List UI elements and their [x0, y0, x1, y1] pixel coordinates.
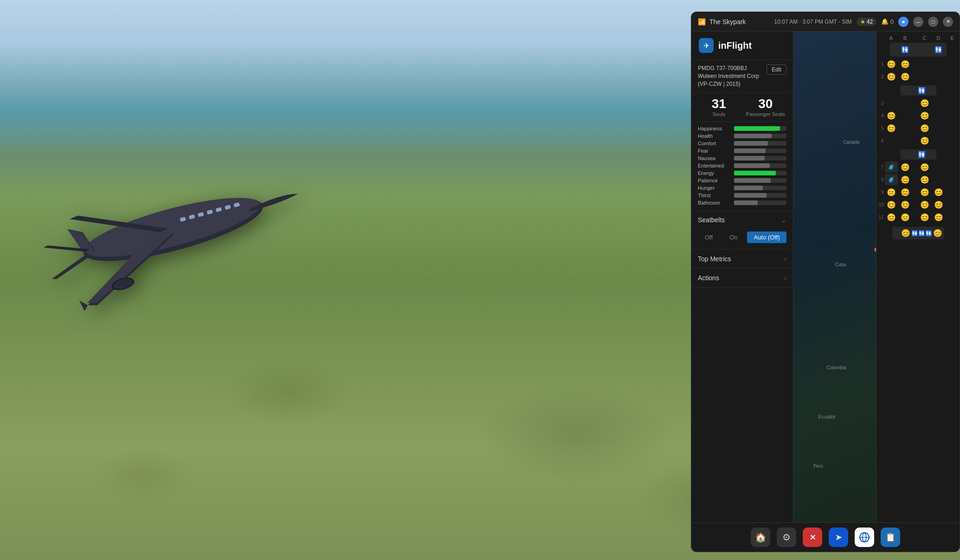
seat-11c[interactable]: 😊 — [918, 212, 931, 223]
seat-4b[interactable] — [899, 110, 912, 121]
lav-icon-1: 🚻 — [899, 44, 912, 55]
seat-5c[interactable]: 😊 — [918, 122, 931, 134]
seat-7b[interactable]: 😊 — [899, 161, 912, 173]
mid-lav-icon: 🚻 — [909, 87, 935, 94]
seat-10b[interactable]: 😊 — [899, 199, 912, 210]
seat-10c[interactable]: 😊 — [918, 199, 931, 210]
seats-value: 30 — [745, 97, 787, 110]
metric-row-fear: Fear — [698, 148, 786, 154]
seat-8a[interactable]: 🧳 — [885, 174, 898, 185]
metric-row-thirst: Thirst — [698, 193, 786, 198]
seat-1a[interactable]: 😊 — [885, 58, 898, 70]
lav-icon-2: 🚻 — [932, 44, 945, 55]
seat-3b[interactable] — [899, 97, 912, 109]
seatbelts-auto-button[interactable]: Auto (Off) — [747, 232, 786, 243]
metric-bar-bg-entertained — [734, 163, 786, 168]
seat-6d[interactable] — [932, 135, 945, 146]
seat-8c[interactable]: 😊 — [918, 174, 931, 185]
seat-11b[interactable]: 😐 — [899, 212, 912, 223]
close-button[interactable]: ✕ — [943, 17, 953, 27]
seat-2b[interactable]: 😊 — [899, 71, 912, 82]
seat-5a[interactable]: 😊 — [885, 122, 898, 134]
nav-navigate-button[interactable]: ➤ — [829, 528, 848, 547]
seat-1b[interactable]: 😊 — [899, 58, 912, 70]
seat-1d[interactable] — [932, 58, 945, 70]
left-panel: ✈ inFlight PMDG 737-700BBJ Wuleen Invest… — [691, 32, 793, 522]
seat-row-9: 9 😐 😊 😊 😊 — [877, 187, 959, 198]
nav-home-button[interactable]: 🏠 — [751, 528, 770, 547]
seat-row-3: 3 😊 — [877, 97, 959, 109]
seat-6c[interactable]: 😊 — [918, 135, 931, 146]
row-num-1: 1 — [877, 62, 884, 67]
seat-4a[interactable]: 😊 — [885, 110, 898, 121]
rear-pax-icon: 😊 — [901, 229, 910, 238]
maximize-button[interactable]: □ — [928, 17, 938, 27]
top-metrics-menu-item[interactable]: Top Metrics › — [691, 250, 793, 269]
seat-7e[interactable] — [946, 161, 959, 173]
seat-9e[interactable] — [946, 187, 959, 198]
seat-2d[interactable] — [932, 71, 945, 82]
row-num-7: 7 — [877, 165, 884, 170]
actions-arrow: › — [784, 274, 786, 282]
seat-1c[interactable] — [918, 58, 931, 70]
seatbelts-on-button[interactable]: On — [722, 231, 744, 244]
nav-globe-button[interactable] — [855, 528, 874, 547]
seat-6a[interactable] — [885, 135, 898, 146]
seat-8e[interactable] — [946, 174, 959, 185]
airplane-image — [23, 130, 339, 315]
metric-bar-bg-energy — [734, 171, 786, 175]
seat-5e[interactable] — [946, 122, 959, 134]
seat-3c[interactable]: 😊 — [918, 97, 931, 109]
seat-9c[interactable]: 😊 — [918, 187, 931, 198]
edit-aircraft-button[interactable]: Edit — [767, 64, 786, 75]
seat-9d[interactable]: 😊 — [932, 187, 945, 198]
front-lavatory-row: 🚻 🚻 — [890, 43, 947, 57]
seat-3e[interactable] — [946, 97, 959, 109]
seat-7a[interactable]: 🧳 — [885, 161, 898, 173]
seat-4c[interactable]: 😊 — [918, 110, 931, 121]
metric-bar-fill-health — [734, 134, 772, 138]
seat-1e[interactable] — [946, 58, 959, 70]
seat-2a[interactable]: 😊 — [885, 71, 898, 82]
metric-label-happiness: Happiness — [698, 126, 731, 131]
seat-6b[interactable] — [899, 135, 912, 146]
seat-5b[interactable] — [899, 122, 912, 134]
minimize-button[interactable]: — — [913, 17, 923, 27]
seats-stat: 30 Passenger Seats — [745, 97, 787, 117]
seat-4d[interactable] — [932, 110, 945, 121]
seatbelts-header[interactable]: Seatbelts ⌄ — [691, 212, 793, 228]
seat-row-2: 2 😊 😊 — [877, 71, 959, 82]
actions-menu-item[interactable]: Actions › — [691, 269, 793, 288]
app-title: inFlight — [718, 40, 752, 51]
seat-10e[interactable] — [946, 199, 959, 210]
metric-bar-bg-fear — [734, 148, 786, 153]
nav-settings-button[interactable]: ⚙ — [777, 528, 796, 547]
seat-10d[interactable]: 😊 — [932, 199, 945, 210]
seat-9a[interactable]: 😐 — [885, 187, 898, 198]
nav-close-button[interactable]: ✕ — [803, 528, 822, 547]
seat-11a[interactable]: 😊 — [885, 212, 898, 223]
seat-9b[interactable]: 😊 — [899, 187, 912, 198]
seat-2e[interactable] — [946, 71, 959, 82]
seat-8b[interactable]: 😊 — [899, 174, 912, 185]
seatbelts-off-button[interactable]: Off — [698, 231, 720, 244]
row-num-5: 5 — [877, 126, 884, 131]
seat-5d[interactable] — [932, 122, 945, 134]
metric-bar-bg-health — [734, 134, 786, 138]
seat-2c[interactable] — [918, 71, 931, 82]
seat-7d[interactable] — [932, 161, 945, 173]
seat-11d[interactable]: 😊 — [932, 212, 945, 223]
seat-4e[interactable] — [946, 110, 959, 121]
seat-10a[interactable]: 😊 — [885, 199, 898, 210]
seat-11e[interactable] — [946, 212, 959, 223]
seat-3d[interactable] — [932, 97, 945, 109]
seat-7c[interactable]: 😊 — [918, 161, 931, 173]
custom-control-button[interactable]: ● — [898, 17, 908, 27]
seat-row-6: 6 😊 — [877, 135, 959, 146]
seat-8d[interactable] — [932, 174, 945, 185]
seat-3a[interactable] — [885, 97, 898, 109]
seat-6e[interactable] — [946, 135, 959, 146]
nav-info-button[interactable]: 📋 — [881, 528, 900, 547]
metric-label-patience: Patience — [698, 178, 731, 183]
seatbelts-expand-icon: ⌄ — [781, 216, 786, 224]
